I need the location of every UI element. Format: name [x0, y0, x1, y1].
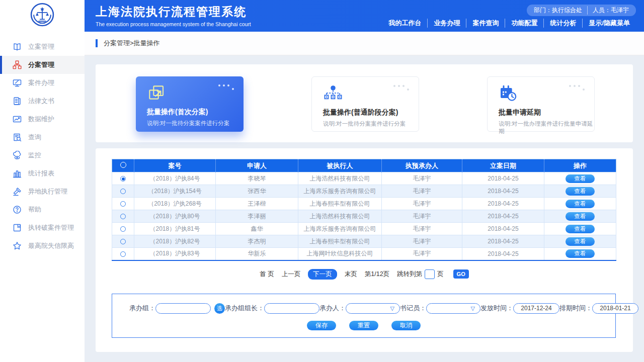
card-description: 说明:对一批待分案案件进行分案: [147, 120, 244, 127]
sidebar-item-legal-documents[interactable]: 法律文书: [0, 92, 85, 110]
nav-toggle-menu[interactable]: 显示/隐藏菜单: [582, 19, 636, 28]
sidebar-item-remote-execution[interactable]: 异地执行管理: [0, 183, 85, 201]
table-row: （2018）沪执84号 李晓琴 上海浩然科技有限公司 毛泽宇 2018-04-2…: [112, 172, 616, 185]
cancel-button[interactable]: 取消: [391, 321, 421, 330]
select-all-radio[interactable]: [120, 162, 126, 168]
court-emblem-icon: [29, 2, 56, 31]
sidebar-item-label: 立案管理: [28, 42, 54, 51]
case-table-panel: 案号 申请人 被执行人 执预承办人 立案日期 操作 （2018）沪执84号 李晓…: [96, 148, 633, 352]
cell-handler: 毛泽宇: [382, 172, 462, 185]
schedule-date-value[interactable]: 2018-01-21: [592, 303, 638, 314]
cell-date: 2018-04-25: [462, 235, 544, 248]
cell-respondent: 上海浩然科技有限公司: [298, 210, 382, 223]
sidebar-item-label: 执转破案件管理: [28, 223, 74, 232]
user-department: 部门：执行综合处: [534, 6, 582, 15]
pagination-next[interactable]: 下一页: [308, 269, 337, 280]
clerk-select[interactable]: ▽: [426, 303, 480, 314]
view-button[interactable]: 查看: [566, 187, 595, 196]
group-leader-input[interactable]: [264, 303, 319, 314]
app-header: 上海法院执行流程管理系统 The execution process manag…: [0, 0, 644, 32]
sidebar-item-help[interactable]: 帮助: [0, 201, 85, 219]
breadcrumb-bar: 分案管理>批量操作: [85, 32, 644, 55]
nav-case-query[interactable]: 案件查询: [466, 19, 505, 28]
table-row: （2018）沪执154号 张西华 上海席乐服务咨询有限公司 毛泽宇 2018-0…: [112, 185, 616, 198]
jump-suffix-label: 页: [437, 270, 444, 279]
sidebar-item-monitoring[interactable]: 监控: [0, 146, 85, 164]
sidebar-item-case-handling[interactable]: 案件办理: [0, 74, 85, 92]
cell-applicant: 李杰明: [216, 235, 298, 248]
issue-date-label: 发放时间：: [480, 304, 513, 313]
handler-select[interactable]: ▽: [346, 303, 400, 314]
sidebar-item-case-assignment[interactable]: 分案管理: [0, 56, 85, 74]
cell-handler: 毛泽宇: [382, 248, 462, 260]
divider: [587, 6, 588, 15]
reset-button[interactable]: 重置: [349, 321, 378, 330]
sidebar-item-case-filing[interactable]: 立案管理: [0, 38, 85, 56]
sidebar-item-label: 案件办理: [28, 78, 54, 87]
table-row: （2018）沪执82号 李杰明 上海春熙丰型有限公司 毛泽宇 2018-04-2…: [112, 235, 616, 248]
top-navigation: 我的工作台 业务办理 案件查询 功能配置 统计分析 显示/隐藏菜单: [382, 19, 636, 28]
legal-document-icon: [13, 97, 22, 106]
view-button[interactable]: 查看: [566, 249, 595, 258]
nav-statistics[interactable]: 统计分析: [543, 19, 582, 28]
issue-date-value[interactable]: 2017-12-24: [513, 303, 559, 314]
handler-group-input[interactable]: [155, 303, 211, 314]
view-button[interactable]: 查看: [566, 200, 595, 208]
row-radio[interactable]: [120, 176, 126, 182]
sidebar-item-query[interactable]: 查询: [0, 128, 85, 146]
sidebar-item-statistics-report[interactable]: 统计报表: [0, 164, 85, 183]
table-row: （2018）沪执83号 华新乐 上海网叶欣信息科技公司 毛泽宇 2018-04-…: [112, 248, 616, 260]
cell-case-no: （2018）沪执82号: [134, 235, 216, 248]
gavel-icon: [13, 187, 22, 196]
row-radio[interactable]: [120, 226, 126, 232]
card-batch-normal-stage-assignment[interactable]: 批量操作(普通阶段分案) 说明:对一批待分案案件进行分案: [311, 76, 419, 132]
row-radio[interactable]: [120, 239, 126, 244]
view-button[interactable]: 查看: [566, 174, 595, 183]
sidebar-item-bankruptcy-transfer[interactable]: 执转破案件管理: [0, 219, 85, 237]
column-header-date: 立案日期: [462, 159, 544, 172]
sidebar-item-supreme-court-dishonesty[interactable]: 最高院失信限高: [0, 237, 85, 255]
cell-respondent: 上海春熙丰型有限公司: [298, 198, 382, 210]
view-button[interactable]: 查看: [566, 225, 595, 233]
card-batch-extension-request[interactable]: 批量申请延期 说明:对一批办理案件进行批量申请延期: [487, 76, 595, 132]
row-radio[interactable]: [120, 189, 126, 194]
row-radio[interactable]: [120, 201, 126, 207]
pagination-jump: 跳转到第 页: [397, 269, 444, 279]
assignment-form: 承办组： 选 承办组组长： 承办人： ▽: [112, 294, 616, 338]
form-fields-row: 承办组： 选 承办组组长： 承办人： ▽: [129, 303, 598, 314]
select-group-button[interactable]: 选: [214, 303, 225, 314]
nav-my-workspace[interactable]: 我的工作台: [382, 19, 427, 28]
cell-handler: 毛泽宇: [382, 235, 462, 248]
cloud-eye-icon: [13, 151, 22, 160]
cell-respondent: 上海浩然科技有限公司: [298, 172, 382, 185]
row-radio[interactable]: [120, 214, 126, 219]
sidebar-item-data-maintenance[interactable]: 数据维护: [0, 110, 85, 128]
pagination-first[interactable]: 首 页: [260, 270, 274, 279]
card-description: 说明:对一批待分案案件进行分案: [323, 120, 419, 128]
go-button[interactable]: GO: [453, 269, 469, 279]
view-button[interactable]: 查看: [566, 237, 595, 246]
pagination-prev[interactable]: 上一页: [282, 270, 301, 279]
app-title: 上海法院执行流程管理系统: [96, 4, 251, 20]
nav-business[interactable]: 业务办理: [427, 19, 466, 28]
view-button[interactable]: 查看: [566, 212, 595, 221]
cell-handler: 毛泽宇: [382, 185, 462, 198]
handler-label: 承办人：: [319, 304, 346, 313]
save-button[interactable]: 保存: [307, 321, 336, 330]
line-chart-icon: [13, 115, 22, 124]
dropdown-arrow-icon: ▽: [390, 305, 394, 312]
sidebar-item-label: 分案管理: [28, 60, 54, 69]
help-icon: [13, 205, 22, 214]
row-radio[interactable]: [120, 251, 126, 257]
bankruptcy-box-icon: [13, 223, 22, 232]
nav-configuration[interactable]: 功能配置: [505, 19, 543, 28]
breadcrumb: 分案管理>批量操作: [104, 39, 160, 48]
pagination-last[interactable]: 末页: [345, 270, 357, 279]
operation-cards-panel: 批量操作(首次分案) 说明:对一批待分案案件进行分案 批量操作(普通阶段分案): [96, 64, 633, 142]
breadcrumb-marker: [96, 39, 98, 47]
cell-case-no: （2018）沪执83号: [134, 248, 216, 260]
sidebar-item-label: 统计报表: [28, 169, 54, 178]
jump-page-input[interactable]: [425, 269, 435, 279]
search-doc-icon: [13, 133, 22, 142]
card-batch-first-assignment[interactable]: 批量操作(首次分案) 说明:对一批待分案案件进行分案: [136, 76, 244, 132]
